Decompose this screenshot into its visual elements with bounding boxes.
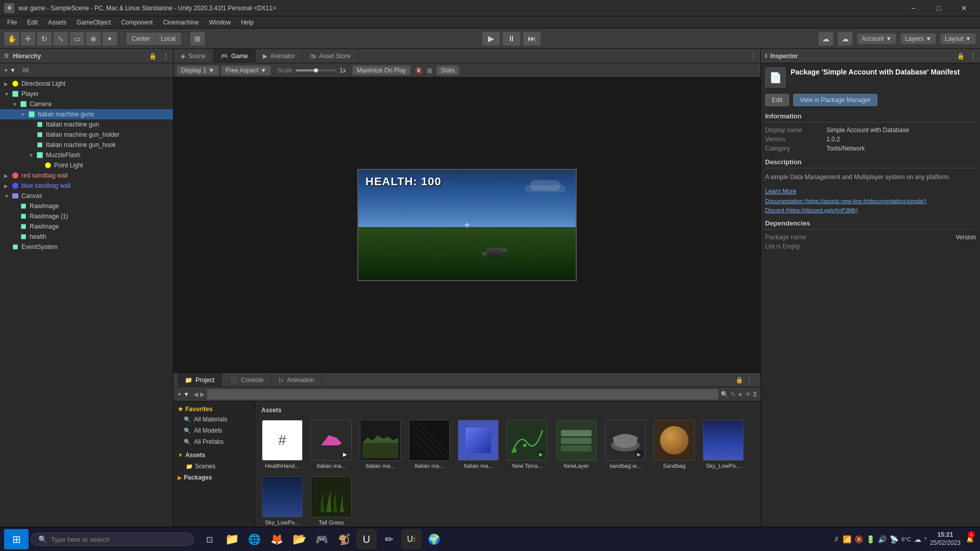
view-icon-group[interactable]: 👁 3: [745, 391, 756, 398]
animator-tab[interactable]: ▶ Animator: [256, 49, 303, 63]
filter-icon[interactable]: ✎: [730, 391, 736, 398]
edit-button[interactable]: Edit: [765, 94, 789, 106]
h-item-eventsystem[interactable]: EventSystem: [0, 242, 173, 252]
animation-tab[interactable]: ▷ Animation: [272, 373, 322, 387]
asset-sky2[interactable]: Sky_LowPo...: [259, 474, 305, 528]
learn-more-link[interactable]: Learn More: [765, 188, 976, 195]
hand-tool[interactable]: ✋: [4, 32, 19, 46]
layers-dropdown[interactable]: Layers ▼: [900, 33, 936, 44]
h-item-gun-hook[interactable]: Italian machine gun_hook: [0, 140, 173, 150]
asset-tall-grass[interactable]: Tall Grass: [308, 474, 354, 528]
rotate-tool[interactable]: ↻: [37, 32, 52, 46]
pause-button[interactable]: ⏸: [502, 32, 521, 46]
asset-new-terra[interactable]: ▶ New Terra...: [504, 418, 550, 471]
tree-scenes[interactable]: 📁 Scenes: [174, 461, 255, 472]
h-item-point-light[interactable]: Point Light: [0, 160, 173, 170]
play-button[interactable]: ▶: [482, 32, 500, 46]
view-more-icon[interactable]: ⋮: [746, 53, 761, 60]
more-icon-bottom[interactable]: ⋮: [746, 377, 752, 384]
hierarchy-lock-icon[interactable]: 🔒: [149, 53, 157, 60]
h-item-player[interactable]: ▼ Player: [0, 89, 173, 99]
menu-window[interactable]: Window: [204, 18, 236, 27]
menu-assets[interactable]: Assets: [43, 18, 71, 27]
project-add[interactable]: + ▼: [178, 391, 189, 398]
project-search-input[interactable]: [207, 389, 719, 400]
inspector-content[interactable]: 📄 Package 'Simple Account with Database'…: [761, 63, 980, 536]
h-item-canvas[interactable]: ▼ Canvas: [0, 191, 173, 201]
taskbar-firefox[interactable]: 🦊: [266, 529, 287, 549]
asset-sky1[interactable]: Sky_LowPo...: [700, 418, 746, 471]
menu-gameobject[interactable]: GameObject: [71, 18, 116, 27]
asset-sandbag-w[interactable]: ▶ sandbag w...: [602, 418, 648, 471]
hierarchy-add[interactable]: + ▼: [4, 67, 16, 74]
collab-button[interactable]: ☁: [818, 32, 834, 46]
project-tab[interactable]: 📁 Project: [178, 373, 222, 387]
step-button[interactable]: ⏭: [523, 32, 541, 46]
documentation-link[interactable]: Documentation (https://assets.new-line.f…: [765, 198, 976, 204]
asset-italian-ma3[interactable]: Italian ma...: [406, 418, 452, 471]
asset-italian-ma1[interactable]: ▶ Italian ma...: [308, 418, 354, 471]
taskview-icon[interactable]: ⊡: [199, 529, 219, 549]
taskbar-edge[interactable]: 🌐: [244, 529, 264, 549]
h-item-muzzleflash[interactable]: ▼ MuzzleFlash: [0, 150, 173, 160]
snap-button[interactable]: ⊞: [190, 32, 205, 46]
menu-help[interactable]: Help: [236, 18, 259, 27]
inspector-lock-icon[interactable]: 🔒: [957, 53, 965, 60]
display-dropdown[interactable]: Display 1 ▼: [177, 65, 219, 76]
maximize-btn[interactable]: Maximize On Play: [352, 65, 411, 76]
hierarchy-more-icon[interactable]: ⋮: [163, 53, 169, 60]
taskbar-search[interactable]: 🔍 Type here to search: [31, 533, 194, 546]
asset-healthhand[interactable]: # HealthHand...: [259, 418, 305, 471]
layout-dropdown[interactable]: Layout ▼: [940, 33, 976, 44]
h-item-camera[interactable]: ▼ Camera: [0, 99, 173, 109]
asset-sandbag[interactable]: Sandbag: [651, 418, 697, 471]
taskbar-minecraft[interactable]: 🎮: [311, 529, 332, 549]
stats-btn[interactable]: Stats: [436, 65, 459, 76]
h-item-rawimage1[interactable]: RawImage: [0, 201, 173, 211]
all-button[interactable]: All: [22, 67, 29, 74]
view-pkg-mgr-button[interactable]: View in Package Manager: [793, 94, 877, 106]
rect-tool[interactable]: ▭: [69, 32, 85, 46]
account-dropdown[interactable]: Account ▼: [857, 33, 896, 44]
h-item-gun-holder[interactable]: Italian machine gun_holder: [0, 130, 173, 140]
h-item-blue-sandbag[interactable]: ▶ blue sandbag wall: [0, 181, 173, 191]
asset-newlayer[interactable]: NewLayer: [553, 418, 599, 471]
custom-tool[interactable]: ✦: [102, 32, 117, 46]
scene-tab[interactable]: ◈ Scene: [174, 49, 213, 63]
h-item-italian-guns[interactable]: ▼ Italian machine guns: [0, 109, 173, 119]
tray-arrow[interactable]: ^: [924, 536, 927, 542]
menu-edit[interactable]: Edit: [22, 18, 43, 27]
console-tab[interactable]: ⬛ Console: [223, 373, 271, 387]
local-button[interactable]: Local: [156, 33, 181, 44]
project-back-icon[interactable]: ◀: [193, 391, 198, 398]
h-item-gun1[interactable]: Italian machine gun: [0, 119, 173, 130]
discord-link[interactable]: Discord (https://discord.gg/vXnPJMb): [765, 207, 976, 213]
project-fwd-icon[interactable]: ▶: [200, 391, 205, 398]
cloud-button[interactable]: ☁: [838, 32, 853, 46]
close-button[interactable]: ✕: [952, 0, 976, 16]
taskbar-folder[interactable]: 📁: [222, 529, 242, 549]
taskbar-monkey[interactable]: 🐒: [334, 529, 354, 549]
tree-packages[interactable]: ▶ Packages: [174, 472, 255, 483]
move-tool[interactable]: ✛: [20, 32, 36, 46]
h-item-directional-light[interactable]: ▶ Directional Light: [0, 79, 173, 89]
h-item-health[interactable]: health: [0, 232, 173, 242]
aspect-dropdown[interactable]: Free Aspect ▼: [221, 65, 271, 76]
taskbar-unity[interactable]: U: [356, 529, 377, 549]
star-icon[interactable]: ★: [738, 391, 743, 398]
transform-tool[interactable]: ⊕: [86, 32, 101, 46]
notification-button[interactable]: 🔔 1: [964, 529, 976, 549]
taskbar-unity2[interactable]: U1: [401, 529, 422, 549]
all-materials[interactable]: 🔍 All Materials: [174, 414, 255, 425]
asset-italian-ma4[interactable]: Italian ma...: [455, 418, 501, 471]
all-prefabs[interactable]: 🔍 All Prefabs: [174, 436, 255, 447]
search-options-icon[interactable]: 🔍: [721, 391, 728, 398]
taskbar-explorer[interactable]: 📂: [289, 529, 309, 549]
mute-icon[interactable]: 🔇: [415, 67, 423, 74]
scale-slider[interactable]: [296, 69, 336, 71]
start-button[interactable]: ⊞: [4, 529, 29, 549]
h-item-rawimage3[interactable]: RawImage: [0, 221, 173, 232]
hierarchy-scroll[interactable]: ▶ Directional Light ▼ Player ▼ Camera: [0, 78, 173, 536]
minimize-button[interactable]: −: [901, 0, 925, 16]
h-item-red-sandbag[interactable]: ▶ red sandbag wall: [0, 170, 173, 181]
